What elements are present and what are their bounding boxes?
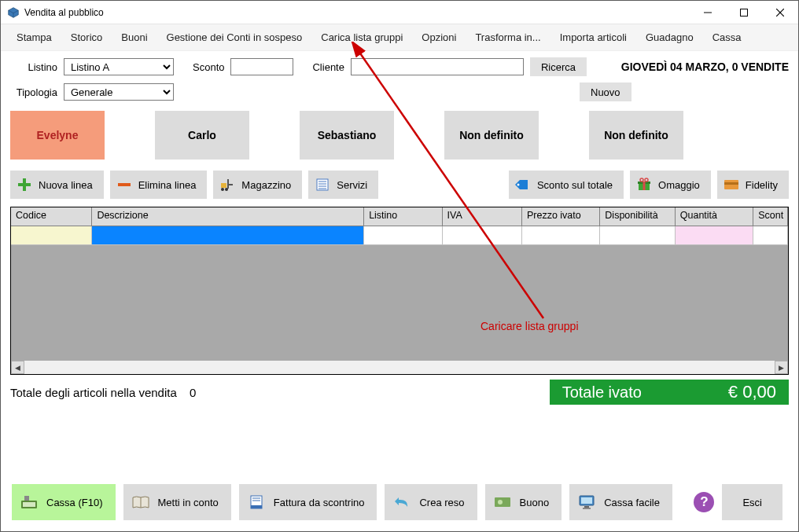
svg-rect-33 bbox=[24, 496, 29, 501]
tipologia-select[interactable]: Generale bbox=[64, 83, 174, 101]
cliente-input[interactable] bbox=[351, 58, 524, 75]
omaggio-button[interactable]: Omaggio bbox=[630, 171, 711, 199]
col-codice[interactable]: Codice bbox=[11, 207, 92, 226]
metti-in-conto-button[interactable]: Metti in conto bbox=[123, 484, 231, 520]
cell-quantita[interactable] bbox=[676, 226, 753, 245]
svg-rect-32 bbox=[23, 502, 35, 507]
undo-icon bbox=[392, 493, 411, 511]
total-ivato-label: Totale ivato bbox=[562, 383, 642, 402]
fattura-scontrino-label: Fattura da scontrino bbox=[274, 497, 365, 508]
svg-point-15 bbox=[225, 188, 228, 191]
nuova-linea-button[interactable]: Nuova linea bbox=[10, 171, 104, 199]
sconto-totale-label: Sconto sul totale bbox=[537, 179, 613, 191]
total-ivato-value: € 0,00 bbox=[728, 382, 776, 402]
order-grid: Codice Descrizione Listino IVA Prezzo iv… bbox=[10, 207, 789, 375]
buono-label: Buono bbox=[520, 497, 550, 508]
svg-rect-26 bbox=[643, 182, 646, 190]
svg-rect-10 bbox=[118, 183, 131, 186]
cell-listino[interactable] bbox=[364, 226, 442, 245]
profile-evelyne[interactable]: Evelyne bbox=[10, 111, 105, 160]
cell-codice[interactable] bbox=[11, 226, 92, 245]
menu-importa-articoli[interactable]: Importa articoli bbox=[550, 27, 636, 48]
col-descrizione[interactable]: Descrizione bbox=[92, 207, 364, 226]
app-menubar: Stampa Storico Buoni Gestione dei Conti … bbox=[1, 24, 798, 51]
cassa-facile-button[interactable]: Cassa facile bbox=[569, 484, 672, 520]
col-quantita[interactable]: Quantità bbox=[676, 207, 753, 226]
gift-icon bbox=[636, 177, 652, 193]
window-close-button[interactable] bbox=[762, 1, 798, 24]
monitor-icon bbox=[577, 493, 596, 511]
menu-buoni[interactable]: Buoni bbox=[112, 27, 156, 48]
crea-reso-button[interactable]: Crea reso bbox=[385, 484, 477, 520]
window-minimize-button[interactable] bbox=[690, 1, 726, 24]
tag-icon bbox=[515, 177, 531, 193]
servizi-label: Servizi bbox=[337, 179, 367, 191]
cassa-button[interactable]: Cassa (F10) bbox=[12, 484, 116, 520]
profile-carlo[interactable]: Carlo bbox=[155, 111, 249, 160]
table-row[interactable] bbox=[11, 226, 788, 245]
buono-button[interactable]: Buono bbox=[485, 484, 562, 520]
cell-descrizione[interactable] bbox=[92, 226, 364, 245]
menu-storico[interactable]: Storico bbox=[61, 27, 112, 48]
servizi-button[interactable]: Servizi bbox=[308, 171, 378, 199]
total-ivato-banner: Totale ivato € 0,00 bbox=[550, 380, 789, 405]
action-toolbar: Nuova linea Elimina linea Magazzino Serv… bbox=[1, 171, 798, 207]
menu-stampa[interactable]: Stampa bbox=[7, 27, 61, 48]
book-icon bbox=[131, 493, 150, 511]
elimina-linea-label: Elimina linea bbox=[138, 179, 197, 191]
sconto-totale-button[interactable]: Sconto sul totale bbox=[509, 171, 624, 199]
listino-select[interactable]: Listino A bbox=[64, 58, 174, 75]
col-iva[interactable]: IVA bbox=[443, 207, 522, 226]
fattura-scontrino-button[interactable]: Fattura da scontrino bbox=[239, 484, 377, 520]
col-prezzo[interactable]: Prezzo ivato bbox=[522, 207, 600, 226]
svg-rect-43 bbox=[584, 506, 589, 508]
fidelity-button[interactable]: Fidelity bbox=[717, 171, 789, 199]
cassa-facile-label: Cassa facile bbox=[604, 497, 660, 508]
ricerca-button[interactable]: Ricerca bbox=[530, 57, 587, 76]
minus-icon bbox=[116, 177, 132, 193]
menu-trasforma-in[interactable]: Trasforma in... bbox=[466, 27, 550, 48]
cell-prezzo[interactable] bbox=[522, 226, 600, 245]
scroll-right-button[interactable]: ▶ bbox=[775, 361, 788, 374]
sconto-input[interactable] bbox=[230, 58, 293, 75]
window-maximize-button[interactable] bbox=[726, 1, 762, 24]
menu-cassa[interactable]: Cassa bbox=[703, 27, 751, 48]
menu-carica-lista-gruppi[interactable]: Carica lista gruppi bbox=[311, 27, 412, 48]
svg-point-27 bbox=[640, 178, 643, 182]
svg-point-28 bbox=[645, 178, 648, 182]
menu-guadagno[interactable]: Guadagno bbox=[636, 27, 703, 48]
bottom-toolbar: Cassa (F10) Metti in conto Fattura da sc… bbox=[1, 473, 798, 531]
cell-disponibilita[interactable] bbox=[600, 226, 675, 245]
list-icon bbox=[315, 177, 330, 193]
svg-rect-21 bbox=[520, 180, 528, 189]
total-items-count: 0 bbox=[190, 386, 196, 399]
listino-label: Listino bbox=[10, 61, 57, 73]
scroll-left-button[interactable]: ◀ bbox=[11, 361, 24, 374]
help-button[interactable]: ? bbox=[694, 492, 714, 512]
magazzino-button[interactable]: Magazzino bbox=[213, 171, 302, 199]
menu-gestione-conti[interactable]: Gestione dei Conti in sospeso bbox=[157, 27, 312, 48]
date-status: GIOVEDÌ 04 MARZO, 0 VENDITE bbox=[621, 61, 789, 73]
col-listino[interactable]: Listino bbox=[364, 207, 442, 226]
horizontal-scrollbar[interactable]: ◀ ▶ bbox=[11, 361, 788, 374]
col-disponibilita[interactable]: Disponibilità bbox=[600, 207, 675, 226]
profile-non-definito-1[interactable]: Non definito bbox=[444, 111, 539, 160]
menu-opzioni[interactable]: Opzioni bbox=[412, 27, 466, 48]
cell-iva[interactable] bbox=[443, 226, 522, 245]
svg-rect-44 bbox=[583, 508, 591, 509]
profile-sebastiano[interactable]: Sebastiano bbox=[300, 111, 394, 160]
svg-rect-9 bbox=[18, 183, 31, 186]
svg-point-14 bbox=[221, 188, 224, 191]
profile-non-definito-2[interactable]: Non definito bbox=[589, 111, 683, 160]
cash-register-icon bbox=[20, 493, 39, 511]
plus-icon bbox=[17, 177, 32, 193]
nuova-linea-label: Nuova linea bbox=[39, 179, 93, 191]
metti-in-conto-label: Metti in conto bbox=[158, 497, 219, 508]
col-sconto[interactable]: Scont bbox=[753, 207, 788, 226]
svg-rect-5 bbox=[741, 9, 748, 16]
nuovo-button[interactable]: Nuovo bbox=[580, 83, 631, 101]
elimina-linea-button[interactable]: Elimina linea bbox=[110, 171, 208, 199]
invoice-icon bbox=[247, 493, 266, 511]
cell-sconto[interactable] bbox=[753, 226, 788, 245]
esci-button[interactable]: Esci bbox=[722, 484, 782, 520]
